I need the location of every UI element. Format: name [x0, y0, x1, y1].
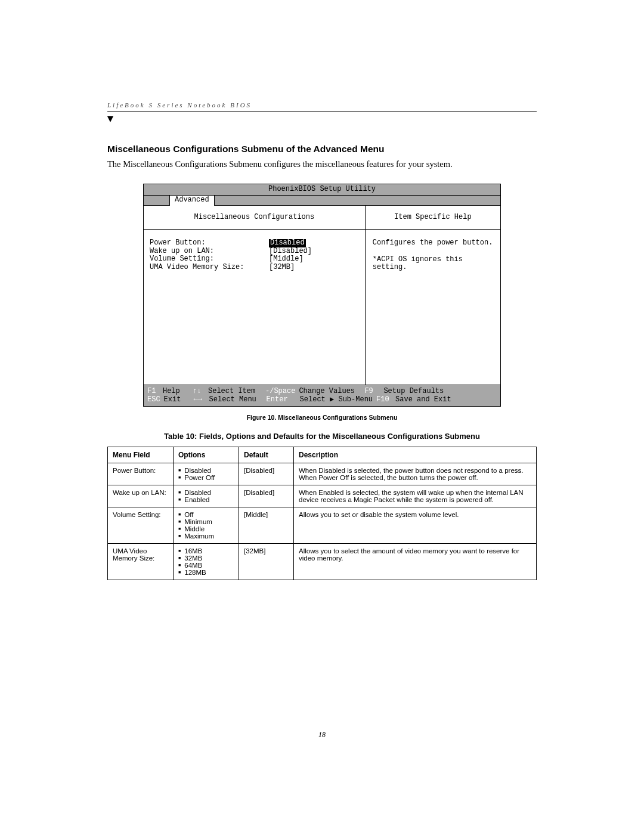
bios-key-updown: ↑↓	[193, 388, 205, 396]
cell-default: [32MB]	[239, 544, 294, 580]
bios-setting-value: [32MB]	[269, 264, 295, 272]
bios-setting-row: UMA Video Memory Size: [32MB]	[150, 264, 359, 272]
th-default: Default	[239, 447, 294, 463]
bios-key-desc: Setup Defaults	[383, 388, 444, 396]
cell-menu-field: Volume Setting:	[108, 507, 174, 544]
bios-key-desc: Save and Exit	[395, 396, 451, 404]
bios-help-text: Configures the power button. *ACPI OS ig…	[366, 230, 500, 281]
option-item: 16MB	[178, 547, 234, 555]
cell-description: When Disabled is selected, the power but…	[294, 463, 537, 485]
intro-text: The Miscellaneous Configurations Submenu…	[107, 159, 537, 169]
bios-setting-value: [Middle]	[269, 255, 304, 264]
options-table: Menu Field Options Default Description P…	[107, 447, 537, 580]
bios-key-desc: Select Menu	[209, 396, 263, 404]
option-item: 128MB	[178, 569, 234, 576]
option-item: Power Off	[178, 474, 234, 481]
bios-key-desc: Select Item	[208, 388, 262, 396]
bios-key-f10: F10	[376, 396, 392, 404]
cell-description: Allows you to set or disable the system …	[294, 507, 537, 544]
bios-setting-label: Power Button:	[150, 239, 269, 247]
cell-options: DisabledPower Off	[174, 463, 239, 485]
table-row: UMA Video Memory Size:16MB32MB64MB128MB[…	[108, 544, 537, 580]
section-title: Miscellaneous Configurations Submenu of …	[107, 144, 537, 154]
page-number: 18	[318, 730, 326, 739]
cell-description: Allows you to select the amount of video…	[294, 544, 537, 580]
option-item: Disabled	[178, 489, 234, 496]
cell-menu-field: UMA Video Memory Size:	[108, 544, 174, 580]
pointer-marker-icon	[107, 116, 113, 122]
bios-key-desc: Change Values	[299, 388, 361, 396]
page-content: LifeBook S Series Notebook BIOS Miscella…	[107, 101, 537, 580]
option-item: Enabled	[178, 496, 234, 503]
bios-help-line: Configures the power button.	[373, 239, 493, 247]
running-header: LifeBook S Series Notebook BIOS	[107, 101, 537, 112]
bios-key-space: -/Space	[265, 388, 295, 396]
th-menu-field: Menu Field	[108, 447, 174, 463]
bios-setting-label: UMA Video Memory Size:	[150, 264, 269, 272]
bios-settings-list: Power Button: Disabled Wake up on LAN: […	[144, 230, 365, 385]
table-row: Volume Setting:OffMinimumMiddleMaximum[M…	[108, 507, 537, 544]
option-item: 64MB	[178, 562, 234, 569]
option-item: Minimum	[178, 518, 234, 525]
bios-key-desc: Exit	[164, 396, 190, 404]
option-item: 32MB	[178, 555, 234, 562]
table-title: Table 10: Fields, Options and Defaults f…	[107, 432, 537, 441]
bios-setting-row: Wake up on LAN: [Disabled]	[150, 247, 359, 256]
bios-subtitle: Miscellaneous Configurations	[144, 206, 365, 230]
cell-options: DisabledEnabled	[174, 485, 239, 507]
bios-setting-label: Volume Setting:	[150, 255, 269, 264]
bios-tab-advanced: Advanced	[169, 196, 215, 206]
bios-key-desc: Help	[163, 388, 189, 396]
cell-description: When Enabled is selected, the system wil…	[294, 485, 537, 507]
bios-key-desc: Select ▶ Sub-Menu	[300, 396, 373, 404]
th-description: Description	[294, 447, 537, 463]
bios-setting-row: Power Button: Disabled	[150, 239, 359, 247]
bios-key-esc: ESC	[147, 396, 160, 404]
option-item: Middle	[178, 525, 234, 532]
bios-setting-row: Volume Setting: [Middle]	[150, 255, 359, 264]
cell-default: [Disabled]	[239, 485, 294, 507]
cell-menu-field: Wake up on LAN:	[108, 485, 174, 507]
bios-tab-bar: Advanced	[144, 196, 500, 206]
th-options: Options	[174, 447, 239, 463]
bios-key-f9: F9	[364, 388, 380, 396]
bios-key-enter: Enter	[267, 396, 296, 404]
bios-setting-label: Wake up on LAN:	[150, 247, 269, 256]
bios-help-line: *ACPI OS ignores this setting.	[373, 256, 493, 272]
cell-default: [Disabled]	[239, 463, 294, 485]
bios-help-title: Item Specific Help	[366, 206, 500, 230]
cell-options: OffMinimumMiddleMaximum	[174, 507, 239, 544]
cell-default: [Middle]	[239, 507, 294, 544]
cell-options: 16MB32MB64MB128MB	[174, 544, 239, 580]
bios-screenshot: PhoenixBIOS Setup Utility Advanced Misce…	[143, 184, 501, 407]
bios-title: PhoenixBIOS Setup Utility	[144, 184, 500, 196]
bios-setting-value-selected: Disabled	[269, 239, 306, 247]
option-item: Off	[178, 511, 234, 518]
bios-key-f1: F1	[147, 388, 159, 396]
figure-caption: Figure 10. Miscellaneous Configurations …	[107, 414, 537, 421]
option-item: Maximum	[178, 532, 234, 540]
option-item: Disabled	[178, 467, 234, 474]
table-row: Wake up on LAN:DisabledEnabled[Disabled]…	[108, 485, 537, 507]
bios-footer: F1 Help ↑↓ Select Item -/Space Change Va…	[144, 385, 500, 407]
bios-setting-value: [Disabled]	[269, 247, 312, 256]
cell-menu-field: Power Button:	[108, 463, 174, 485]
bios-key-leftright: ←→	[194, 396, 206, 404]
table-row: Power Button:DisabledPower Off[Disabled]…	[108, 463, 537, 485]
